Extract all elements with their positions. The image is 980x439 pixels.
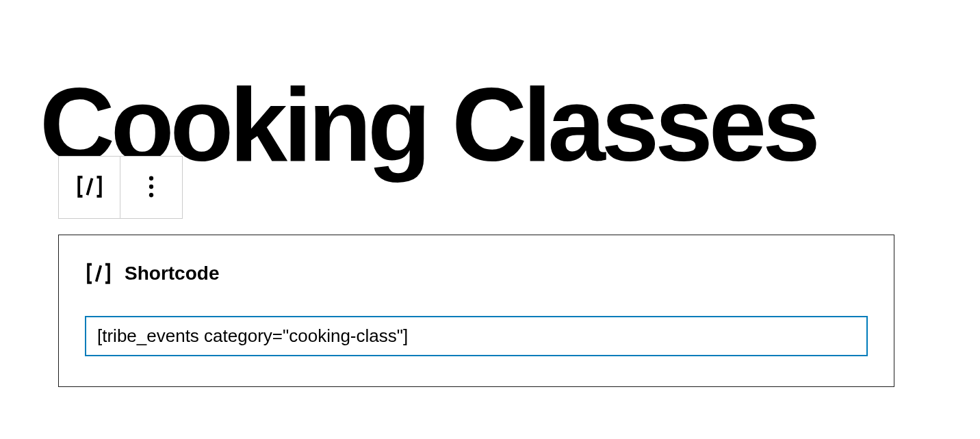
block-toolbar xyxy=(58,156,183,219)
block-type-button[interactable] xyxy=(59,157,120,218)
shortcode-input[interactable] xyxy=(85,316,868,356)
block-label: Shortcode xyxy=(125,263,219,284)
shortcode-icon xyxy=(85,260,112,287)
block-header: Shortcode xyxy=(85,260,868,287)
more-options-button[interactable] xyxy=(120,157,182,218)
svg-point-0 xyxy=(149,176,153,180)
svg-point-1 xyxy=(149,184,153,188)
svg-point-2 xyxy=(149,193,153,197)
more-vertical-icon xyxy=(137,172,166,203)
shortcode-icon xyxy=(75,172,104,203)
shortcode-block: Shortcode xyxy=(58,235,894,387)
